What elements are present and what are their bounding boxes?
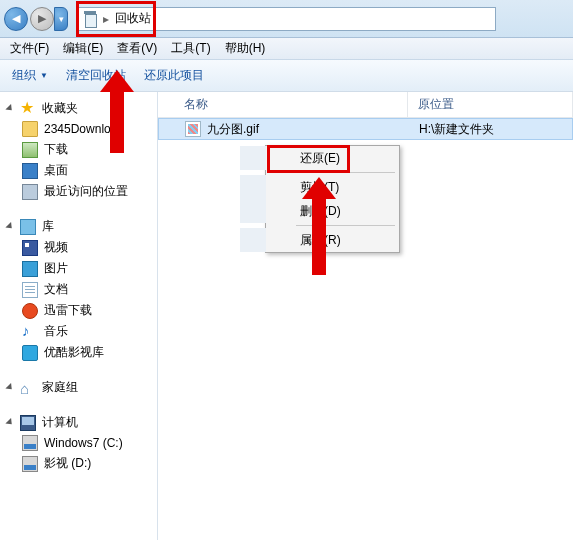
youku-icon bbox=[22, 345, 38, 361]
homegroup-group[interactable]: ⌂ 家庭组 bbox=[0, 377, 157, 398]
download-icon bbox=[22, 142, 38, 158]
organize-button[interactable]: 组织 ▼ bbox=[12, 67, 48, 84]
chevron-right-icon: ▸ bbox=[103, 12, 109, 26]
context-menu: 还原(E) 剪切(T) 删除(D) 属性(R) bbox=[265, 145, 400, 253]
address-bar: ◀ ▶ ▾ ▸ 回收站 bbox=[0, 0, 573, 38]
sidebar-item-music[interactable]: ♪音乐 bbox=[0, 321, 157, 342]
sidebar-item-pictures[interactable]: 图片 bbox=[0, 258, 157, 279]
sidebar-item-desktop[interactable]: 桌面 bbox=[0, 160, 157, 181]
nav-back-button[interactable]: ◀ bbox=[4, 7, 28, 31]
picture-icon bbox=[22, 261, 38, 277]
sidebar-item-youku[interactable]: 优酷影视库 bbox=[0, 342, 157, 363]
recent-icon bbox=[22, 184, 38, 200]
nav-forward-button[interactable]: ▶ bbox=[30, 7, 54, 31]
ctx-cut[interactable]: 剪切(T) bbox=[240, 175, 399, 199]
sidebar-item-documents[interactable]: 文档 bbox=[0, 279, 157, 300]
sidebar-item-xunlei[interactable]: 迅雷下载 bbox=[0, 300, 157, 321]
homegroup-icon: ⌂ bbox=[20, 380, 36, 396]
desktop-icon bbox=[22, 163, 38, 179]
expander-icon[interactable] bbox=[5, 418, 14, 427]
folder-icon bbox=[22, 121, 38, 137]
sidebar-item-drive-c[interactable]: Windows7 (C:) bbox=[0, 433, 157, 453]
organize-label: 组织 bbox=[12, 67, 36, 84]
column-location[interactable]: 原位置 bbox=[408, 92, 573, 117]
file-row[interactable]: 九分图.gif H:\新建文件夹 bbox=[158, 118, 573, 140]
expander-icon[interactable] bbox=[5, 222, 14, 231]
ctx-restore[interactable]: 还原(E) bbox=[240, 146, 399, 170]
drive-icon bbox=[22, 435, 38, 451]
file-location: H:\新建文件夹 bbox=[409, 121, 572, 138]
toolbar: 组织 ▼ 清空回收站 还原此项目 bbox=[0, 60, 573, 92]
menu-help[interactable]: 帮助(H) bbox=[219, 38, 272, 59]
menu-edit[interactable]: 编辑(E) bbox=[57, 38, 109, 59]
breadcrumb[interactable]: ▸ 回收站 bbox=[76, 7, 496, 31]
sidebar-item-downloads[interactable]: 下载 bbox=[0, 139, 157, 160]
computer-group[interactable]: 计算机 bbox=[0, 412, 157, 433]
expander-icon[interactable] bbox=[5, 104, 14, 113]
column-headers: 名称 原位置 bbox=[158, 92, 573, 118]
menu-file[interactable]: 文件(F) bbox=[4, 38, 55, 59]
sidebar-item-videos[interactable]: 视频 bbox=[0, 237, 157, 258]
sidebar-item-2345downloads[interactable]: 2345Downloa bbox=[0, 119, 157, 139]
empty-recycle-bin-button[interactable]: 清空回收站 bbox=[66, 67, 126, 84]
menu-bar: 文件(F) 编辑(E) 查看(V) 工具(T) 帮助(H) bbox=[0, 38, 573, 60]
nav-history-dropdown[interactable]: ▾ bbox=[54, 7, 68, 31]
computer-icon bbox=[20, 415, 36, 431]
favorites-group[interactable]: ★ 收藏夹 bbox=[0, 98, 157, 119]
menu-separator bbox=[296, 225, 395, 226]
recycle-bin-icon bbox=[83, 11, 97, 27]
expander-icon[interactable] bbox=[5, 383, 14, 392]
xunlei-icon bbox=[22, 303, 38, 319]
libraries-group[interactable]: 库 bbox=[0, 216, 157, 237]
menu-separator bbox=[296, 172, 395, 173]
menu-tools[interactable]: 工具(T) bbox=[165, 38, 216, 59]
drive-icon bbox=[22, 456, 38, 472]
ctx-properties[interactable]: 属性(R) bbox=[240, 228, 399, 252]
document-icon bbox=[22, 282, 38, 298]
chevron-down-icon: ▼ bbox=[40, 71, 48, 80]
star-icon: ★ bbox=[20, 101, 36, 117]
music-icon: ♪ bbox=[22, 324, 38, 340]
menu-view[interactable]: 查看(V) bbox=[111, 38, 163, 59]
gif-file-icon bbox=[185, 121, 201, 137]
navigation-tree[interactable]: ★ 收藏夹 2345Downloa 下载 桌面 最近访问的位置 库 视频 图片 … bbox=[0, 92, 158, 540]
restore-item-button[interactable]: 还原此项目 bbox=[144, 67, 204, 84]
column-name[interactable]: 名称 bbox=[158, 92, 408, 117]
sidebar-item-recent[interactable]: 最近访问的位置 bbox=[0, 181, 157, 202]
video-icon bbox=[22, 240, 38, 256]
sidebar-item-drive-d[interactable]: 影视 (D:) bbox=[0, 453, 157, 474]
library-icon bbox=[20, 219, 36, 235]
breadcrumb-label: 回收站 bbox=[115, 10, 151, 27]
ctx-delete[interactable]: 删除(D) bbox=[240, 199, 399, 223]
file-name: 九分图.gif bbox=[207, 121, 259, 138]
